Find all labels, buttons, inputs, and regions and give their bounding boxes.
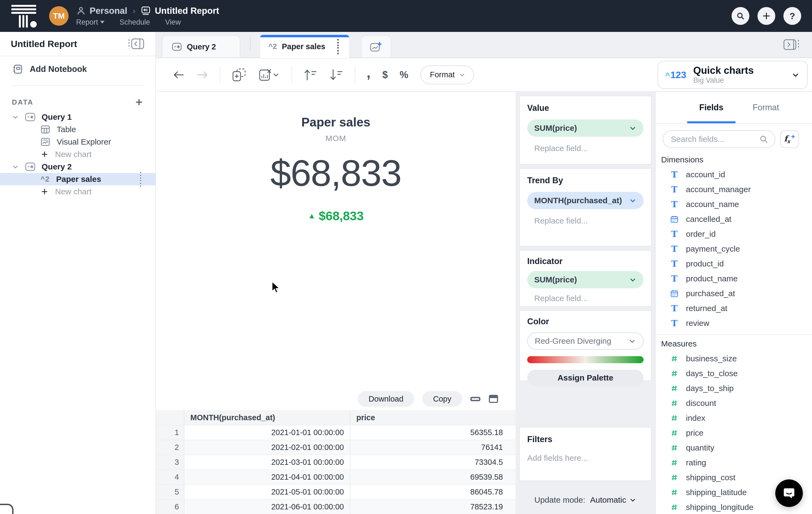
search-button[interactable] <box>731 7 749 25</box>
sidebar-item-paper-sales[interactable]: ^2 Paper sales ⋮⋮ <box>0 173 155 185</box>
kebab-menu-icon[interactable]: ⋮⋮ <box>137 171 145 187</box>
tab-query2[interactable]: Query 2 <box>162 35 240 58</box>
table-row[interactable]: 2 2021-02-01 00:00:00 76141 <box>156 440 516 455</box>
field-order-id[interactable]: Torder_id <box>656 226 812 241</box>
field-days-to-close[interactable]: days_to_close <box>656 366 812 381</box>
table-row[interactable]: 4 2021-04-01 00:00:00 69539.58 <box>156 469 516 484</box>
field-index[interactable]: index <box>656 410 812 425</box>
table-row[interactable]: 5 2021-05-01 00:00:00 86045.78 <box>156 484 516 499</box>
value-replace-field[interactable]: Replace field... <box>527 144 643 153</box>
date-field-icon <box>670 215 679 223</box>
sidebar-item-new-chart-q1[interactable]: New chart <box>0 148 155 161</box>
add-query-icon[interactable] <box>135 98 144 107</box>
tab-new-chart[interactable] <box>361 35 391 58</box>
sidebar-item-visual-explorer[interactable]: Visual Explorer <box>0 136 155 148</box>
number-field-icon <box>670 399 679 407</box>
expand-table-icon[interactable] <box>489 395 498 403</box>
field-cancelled-at[interactable]: cancelled_at <box>656 212 812 226</box>
undo-button[interactable] <box>173 70 185 79</box>
collapse-sidebar-icon[interactable] <box>128 37 145 50</box>
sidebar-item-new-chart-q2[interactable]: New chart <box>0 185 155 198</box>
field-account-name[interactable]: Taccount_name <box>656 197 812 212</box>
corner-decoration <box>0 504 13 514</box>
tab-paper-sales[interactable]: ^2 Paper sales ⋮⋮ <box>260 35 349 58</box>
tab-kebab-menu-icon[interactable]: ⋮⋮ <box>334 38 342 55</box>
column-header-month[interactable]: MONTH(purchased_at) <box>184 410 350 425</box>
format-dropdown[interactable]: Format <box>420 65 474 84</box>
field-discount[interactable]: discount <box>656 396 812 410</box>
thousands-separator-button[interactable]: , <box>367 69 370 77</box>
field-purchased-at[interactable]: purchased_at <box>656 286 812 301</box>
field-returned-at[interactable]: Treturned_at <box>656 301 812 316</box>
help-button[interactable]: ? <box>783 7 801 25</box>
table-row[interactable]: 1 2021-01-01 00:00:00 56355.18 <box>156 425 516 440</box>
indicator-replace-field[interactable]: Replace field... <box>527 294 643 303</box>
number-field-icon <box>670 503 679 511</box>
collapse-right-panel-icon[interactable] <box>783 38 800 51</box>
sidebar-item-query1[interactable]: Query 1 <box>0 111 155 123</box>
value-field-pill[interactable]: SUM(price) <box>527 119 643 137</box>
plus-icon <box>40 188 49 196</box>
sidebar-item-query2[interactable]: Query 2 <box>0 161 155 173</box>
field-review[interactable]: Treview <box>656 316 812 330</box>
divider <box>292 66 292 83</box>
tab-fields[interactable]: Fields <box>687 92 735 123</box>
add-notebook-button[interactable]: Add Notebook <box>0 62 155 76</box>
assign-palette-button[interactable]: Assign Palette <box>527 370 643 386</box>
redo-button[interactable] <box>197 70 208 79</box>
menu-view[interactable]: View <box>165 18 181 26</box>
field-business-size[interactable]: business_size <box>656 351 812 366</box>
table-row[interactable]: 6 2021-06-01 00:00:00 78523.19 <box>156 499 516 514</box>
big-value: $68,833 <box>270 152 401 195</box>
trend-field-pill[interactable]: MONTH(purchased_at) <box>527 192 643 209</box>
menu-schedule[interactable]: Schedule <box>120 18 150 26</box>
breadcrumb-workspace[interactable]: Personal <box>90 6 127 16</box>
topbar: TM Personal › Untitled Report Report <box>0 0 812 32</box>
sort-descending-button[interactable] <box>329 69 343 81</box>
sidebar-item-table[interactable]: Table <box>0 123 155 136</box>
chat-support-button[interactable] <box>775 480 803 507</box>
sort-ascending-button[interactable] <box>303 69 317 81</box>
add-field-button[interactable] <box>232 68 247 82</box>
currency-format-button[interactable]: $ <box>382 69 388 81</box>
update-mode-select[interactable]: Automatic <box>590 495 636 505</box>
field-product-name[interactable]: Tproduct_name <box>656 271 812 286</box>
field-account-manager[interactable]: Taccount_manager <box>656 182 812 197</box>
add-button[interactable] <box>757 7 775 25</box>
clear-chart-button[interactable] <box>259 68 280 82</box>
breadcrumb-report-title[interactable]: Untitled Report <box>155 6 219 16</box>
palette-select[interactable]: Red-Green Diverging <box>527 332 643 350</box>
tab-format[interactable]: Format <box>742 92 790 123</box>
chevron-down-icon <box>629 276 637 283</box>
field-rating[interactable]: rating <box>656 455 812 470</box>
text-field-icon: T <box>670 244 679 254</box>
delta-value: ▲ $68,833 <box>308 209 364 223</box>
field-quantity[interactable]: quantity <box>656 440 812 455</box>
percent-format-button[interactable]: % <box>400 69 408 81</box>
brand-logo-icon[interactable] <box>11 4 39 28</box>
download-button[interactable]: Download <box>358 391 414 407</box>
indicator-field-pill[interactable]: SUM(price) <box>527 271 643 288</box>
number-field-icon <box>670 370 679 378</box>
chart-title: Paper sales <box>301 115 370 130</box>
search-fields-input[interactable]: Search fields... <box>663 130 775 148</box>
quick-charts-selector[interactable]: ^123 Quick charts Big Value <box>658 61 808 89</box>
collapse-table-icon[interactable] <box>470 396 481 402</box>
filters-dropzone[interactable]: Add fields here... <box>527 454 643 463</box>
column-header-price[interactable]: price <box>350 410 509 425</box>
search-icon <box>759 135 768 144</box>
avatar[interactable]: TM <box>49 6 68 26</box>
field-payment-cycle[interactable]: Tpayment_cycle <box>656 241 812 256</box>
tabstrip: Query 2 ^2 Paper sales ⋮⋮ <box>156 32 812 58</box>
trend-replace-field[interactable]: Replace field... <box>527 216 643 225</box>
field-price[interactable]: price <box>656 425 812 440</box>
notebook-icon <box>12 63 23 75</box>
trend-by-card: Trend By MONTH(purchased_at) Replace fie… <box>519 168 651 246</box>
menu-report[interactable]: Report <box>76 18 105 26</box>
copy-button[interactable]: Copy <box>422 391 462 407</box>
field-days-to-ship[interactable]: days_to_ship <box>656 381 812 396</box>
field-account-id[interactable]: Taccount_id <box>656 167 812 182</box>
table-row[interactable]: 3 2021-03-01 00:00:00 73304.5 <box>156 455 516 469</box>
field-product-id[interactable]: Tproduct_id <box>656 256 812 271</box>
add-formula-button[interactable]: fx+ <box>780 130 799 148</box>
